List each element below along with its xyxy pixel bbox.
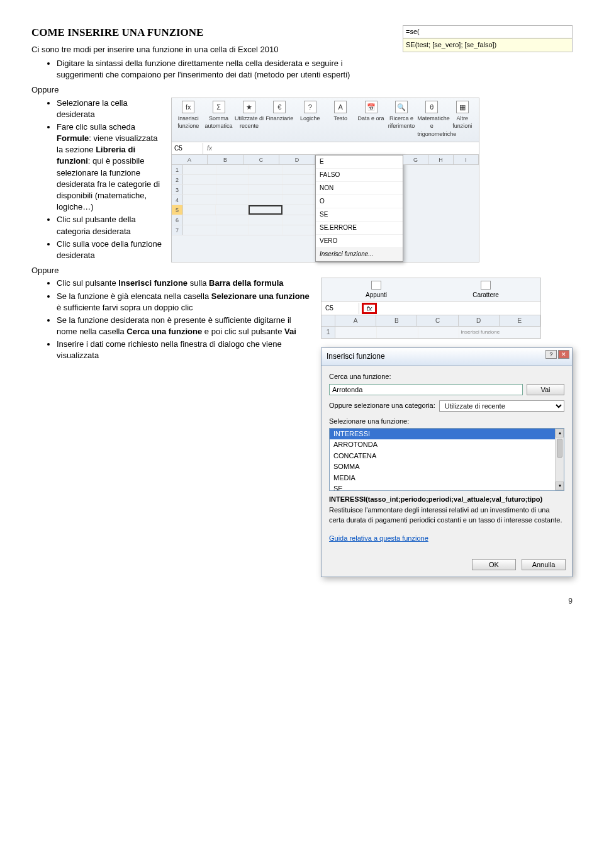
row-header[interactable]: 1 xyxy=(172,165,183,174)
help-icon[interactable]: ? xyxy=(545,350,557,359)
t: Selezionare una funzione xyxy=(211,291,310,301)
function-listbox[interactable]: INTERESSIARROTONDACONCATENASOMMAMEDIASEC… xyxy=(329,428,564,491)
formula-bar-screenshot: Appunti Carattere C5 fx ABCDE 1 Inserisc… xyxy=(321,278,541,339)
scroll-thumb[interactable] xyxy=(557,439,562,458)
pane-label: Carattere xyxy=(473,291,499,298)
t: Cerca una funzione xyxy=(126,327,202,336)
ribbon-button[interactable]: fxInserisci funzione xyxy=(174,101,203,138)
column-header[interactable]: A xyxy=(335,315,376,326)
column-header[interactable]: G xyxy=(403,155,428,164)
cell-reference[interactable]: C5 xyxy=(172,143,203,154)
select-function-label: Selezionare una funzione: xyxy=(329,417,564,426)
bullet-item: Clic sul pulsante Inserisci funzione sul… xyxy=(57,278,313,289)
dropdown-item[interactable]: SE.ERRORE xyxy=(316,222,403,235)
column-header[interactable]: H xyxy=(428,155,454,164)
row-header[interactable]: 1 xyxy=(322,327,335,338)
t: Fare clic sulla scheda xyxy=(57,122,135,132)
ribbon-button[interactable]: ATesto xyxy=(326,101,355,138)
bullet-item: Inserire i dati come richiesto nella fin… xyxy=(57,339,313,361)
fx-icon[interactable]: fx xyxy=(203,144,216,153)
column-header[interactable]: I xyxy=(454,155,479,164)
ribbon-button[interactable]: 📅Data e ora xyxy=(357,101,386,138)
page-number: 9 xyxy=(31,596,573,607)
ribbon-icon-glyph: Σ xyxy=(213,101,225,113)
function-option[interactable]: ARROTONDA xyxy=(330,439,564,450)
dropdown-item[interactable]: SE xyxy=(316,208,403,222)
ok-button[interactable]: OK xyxy=(472,559,516,570)
bullet-item: Clic sulla voce della funzione desiderat… xyxy=(57,239,164,261)
t: Barra della formula xyxy=(209,278,284,288)
row-header[interactable]: 5 xyxy=(172,205,183,215)
oppure-label: Oppure xyxy=(31,265,573,276)
ribbon-button[interactable]: ▦Altre funzioni xyxy=(448,101,477,138)
t: Formule xyxy=(57,133,89,143)
clipboard-icon xyxy=(371,281,381,290)
function-option[interactable]: SE xyxy=(330,483,564,491)
search-input[interactable] xyxy=(329,384,523,395)
t: e poi clic sul pulsante xyxy=(202,327,284,336)
bullet-item: Selezionare la cella desiderata xyxy=(57,98,164,120)
ribbon-icon-glyph: € xyxy=(273,101,286,113)
column-header[interactable]: D xyxy=(459,315,500,326)
ribbon-button[interactable]: ★Utilizzate di recente xyxy=(235,101,264,138)
insert-function-button[interactable]: fx xyxy=(362,303,377,314)
formula-tooltip: =se( SE(test; [se_vero]; [se_falso]) xyxy=(403,25,573,52)
function-option[interactable]: INTERESSI xyxy=(330,429,564,439)
dropdown-item[interactable]: VERO xyxy=(316,235,403,248)
scrollbar[interactable]: ▴ ▾ xyxy=(555,429,564,490)
row-header[interactable]: 4 xyxy=(172,195,183,205)
t: Se la funzione è già elencata nella case… xyxy=(57,291,211,301)
function-option[interactable]: MEDIA xyxy=(330,473,564,483)
column-header[interactable]: D xyxy=(279,155,315,164)
bullet-item: Fare clic sulla scheda Formule: viene vi… xyxy=(57,121,164,213)
bullet-item: Digitare la sintassi della funzione dire… xyxy=(57,58,390,81)
function-signature: INTERESSI(tasso_int;periodo;periodi;val_… xyxy=(329,495,564,504)
dialog-title-text: Inserisci funzione xyxy=(327,352,385,361)
dropdown-item[interactable]: NON xyxy=(316,182,403,195)
t: sulla xyxy=(187,278,209,288)
dropdown-item[interactable]: FALSO xyxy=(316,169,403,182)
ribbon-icon-glyph: ? xyxy=(304,101,316,113)
pane-label: Appunti xyxy=(366,291,387,298)
ribbon-button[interactable]: θMatematiche e trigonometriche xyxy=(417,101,446,138)
column-header[interactable]: C xyxy=(417,315,458,326)
ribbon-icon-glyph: ▦ xyxy=(456,101,469,113)
column-header[interactable]: C xyxy=(243,155,279,164)
logic-dropdown[interactable]: EFALSONONOSESE.ERROREVEROInserisci funzi… xyxy=(315,155,403,262)
bullet-text: Digitare la sintassi della funzione dire… xyxy=(57,59,350,79)
column-header[interactable]: B xyxy=(208,155,243,164)
category-select[interactable]: Utilizzate di recente xyxy=(439,400,564,412)
ribbon-button[interactable]: 🔍Ricerca e riferimento xyxy=(387,101,416,138)
dropdown-item[interactable]: E xyxy=(316,155,403,169)
bullet-item: Se la funzione è già elencata nella case… xyxy=(57,291,313,313)
function-description: Restituisce l'ammontare degli interessi … xyxy=(329,505,564,525)
column-header[interactable]: B xyxy=(376,315,417,326)
column-header[interactable]: A xyxy=(172,155,208,164)
function-option[interactable]: CONCATENA xyxy=(330,451,564,461)
dropdown-item[interactable]: O xyxy=(316,195,403,208)
ribbon-button[interactable]: €Finanziarie xyxy=(265,101,294,138)
scroll-up-icon[interactable]: ▴ xyxy=(556,429,564,437)
ribbon-icon-glyph: ★ xyxy=(243,101,255,113)
row-header[interactable]: 3 xyxy=(172,185,183,194)
dialog-title: Inserisci funzione ? ✕ xyxy=(322,348,572,366)
ribbon-button[interactable]: ?Logiche xyxy=(296,101,325,138)
column-header[interactable]: E xyxy=(500,315,540,326)
dropdown-item[interactable]: Inserisci funzione... xyxy=(316,248,403,261)
ribbon-icon-glyph: 📅 xyxy=(365,101,378,113)
category-label: Oppure selezionare una categoria: xyxy=(329,401,435,410)
close-icon[interactable]: ✕ xyxy=(558,350,569,359)
row-header[interactable]: 2 xyxy=(172,175,183,184)
scroll-down-icon[interactable]: ▾ xyxy=(556,482,564,490)
help-link[interactable]: Guida relativa a questa funzione xyxy=(329,534,428,543)
cell-reference[interactable]: C5 xyxy=(322,303,359,314)
cancel-button[interactable]: Annulla xyxy=(522,559,566,570)
t: Vai xyxy=(284,327,296,336)
row-header[interactable]: 6 xyxy=(172,215,183,225)
go-button[interactable]: Vai xyxy=(527,384,564,395)
function-option[interactable]: SOMMA xyxy=(330,461,564,472)
row-header[interactable]: 7 xyxy=(172,225,183,235)
ribbon-icon-glyph: 🔍 xyxy=(395,101,408,113)
ribbon-button[interactable]: ΣSomma automatica xyxy=(204,101,233,138)
ribbon-icon-glyph: θ xyxy=(425,101,438,113)
